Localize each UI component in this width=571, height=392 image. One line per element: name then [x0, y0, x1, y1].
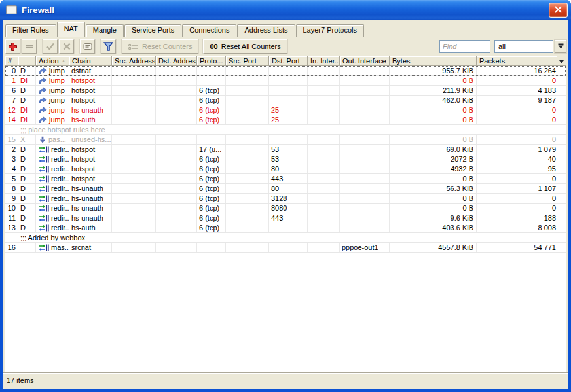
column-header-label: # [8, 56, 12, 65]
cell-number: 12 [5, 105, 18, 115]
comment-row[interactable]: ;;; Added by webbox [5, 233, 566, 243]
column-select-button[interactable] [557, 56, 566, 66]
cell-dst-address [156, 174, 197, 183]
comment-button[interactable] [80, 39, 95, 54]
cell-action: jump [36, 66, 69, 75]
cell-flags [18, 243, 36, 252]
cell-dst-port [269, 66, 308, 75]
column-header-bytes[interactable]: Bytes [390, 56, 477, 66]
table-row[interactable]: 8Dredir...hs-unauth6 (tcp)8056.3 KiB1 10… [5, 184, 566, 194]
column-header-label: Proto... [200, 56, 223, 65]
cell-protocol [197, 243, 226, 252]
cell-packets: 95 [477, 164, 559, 173]
cell-src-address [112, 66, 156, 75]
tab-filter-rules[interactable]: Filter Rules [5, 24, 56, 37]
toolbar: Reset Counters 00 Reset All Counters all [3, 37, 568, 56]
column-header-src-address[interactable]: Src. Address [112, 56, 156, 66]
cell-src-port [226, 86, 269, 95]
add-rule-button[interactable] [5, 39, 20, 54]
column-header-dst-address[interactable]: Dst. Address [156, 56, 197, 66]
filter-button[interactable] [101, 39, 116, 54]
cell-dst-address [156, 154, 197, 164]
cell-src-address [112, 194, 156, 203]
cell-src-address [112, 164, 156, 173]
cell-src-port [226, 223, 269, 232]
cell-packets: 0 [477, 105, 559, 115]
table-row[interactable]: 6Djumphotspot6 (tcp)211.9 KiB4 183 [5, 86, 566, 96]
filter-select[interactable]: all [494, 40, 553, 53]
column-header-chain[interactable]: Chain [69, 56, 112, 66]
cell-chain: hotspot [69, 76, 112, 85]
cell-src-address [112, 96, 156, 105]
cell-dst-address [156, 145, 197, 154]
cell-out-interface [340, 154, 390, 164]
cell-bytes: 0 B [390, 76, 477, 85]
cell-protocol: 17 (u... [197, 145, 226, 154]
table-row[interactable]: 12DIjumphs-unauth6 (tcp)250 B0 [5, 105, 566, 115]
table-row[interactable]: 4Dredir...hotspot6 (tcp)804932 B95 [5, 164, 566, 174]
table-row[interactable]: 10Dredir...hs-unauth6 (tcp)80800 B0 [5, 204, 566, 213]
cell-src-port [226, 174, 269, 183]
cell-flags: D [18, 66, 36, 75]
cell-dst-port: 80 [269, 164, 308, 173]
cell-out-interface [340, 105, 390, 115]
column-header-flags[interactable] [18, 56, 36, 66]
column-header-src-port[interactable]: Src. Port [226, 56, 269, 66]
nat-rules-table: #Action▲ChainSrc. AddressDst. AddressPro… [5, 56, 566, 372]
cell-in-interface [308, 86, 340, 95]
table-row[interactable]: 7Djumphotspot6 (tcp)462.0 KiB9 187 [5, 96, 566, 105]
tab-mangle[interactable]: Mangle [86, 24, 124, 37]
tab-layer7-protocols[interactable]: Layer7 Protocols [296, 24, 365, 37]
table-row[interactable]: 16mas...srcnatpppoe-out14557.8 KiB54 771 [5, 243, 566, 253]
table-row[interactable]: 14DIjumphs-auth6 (tcp)250 B0 [5, 115, 566, 125]
action-label: jump [49, 76, 65, 85]
tab-connections[interactable]: Connections [182, 24, 236, 37]
reset-counters-icon [128, 43, 138, 50]
column-header-label: Src. Address [115, 56, 155, 65]
column-header-proto[interactable]: Proto... [197, 56, 226, 66]
redirect-icon [38, 166, 51, 173]
column-header-dst-port[interactable]: Dst. Port [269, 56, 308, 66]
cell-packets: 16 264 [477, 66, 559, 75]
cell-out-interface [340, 66, 390, 75]
window-content: Filter RulesNATMangleService PortsConnec… [3, 20, 568, 389]
cell-action: jump [36, 105, 69, 115]
table-row[interactable]: 13Dredir...hs-auth6 (tcp)403.6 KiB8 008 [5, 223, 566, 233]
cell-dst-address [156, 86, 197, 95]
table-row[interactable]: 0Djumpdstnat955.7 KiB16 264 [5, 66, 566, 76]
column-header-in-inter[interactable]: In. Inter... [308, 56, 340, 66]
cell-out-interface [340, 164, 390, 173]
action-label: redir... [51, 164, 69, 173]
cell-packets: 9 187 [477, 96, 559, 105]
disable-rule-button [59, 39, 74, 54]
close-button[interactable] [549, 3, 568, 18]
cell-chain: hotspot [69, 174, 112, 183]
cell-action: jump [36, 86, 69, 95]
cell-src-port [226, 66, 269, 75]
masquerade-icon [38, 244, 51, 251]
cell-out-interface [340, 145, 390, 154]
table-row[interactable]: 11Dredir...hs-unauth6 (tcp)4439.6 KiB188 [5, 213, 566, 223]
cell-protocol: 6 (tcp) [197, 105, 226, 115]
table-row[interactable]: 2Dredir...hotspot17 (u...5369.0 KiB1 079 [5, 145, 566, 154]
cell-packets: 0 [477, 204, 559, 213]
column-header-[interactable]: # [5, 56, 18, 66]
tab-address-lists[interactable]: Address Lists [237, 24, 295, 37]
table-row[interactable]: 9Dredir...hs-unauth6 (tcp)31280 B0 [5, 194, 566, 204]
reset-all-counters-button[interactable]: 00 Reset All Counters [203, 39, 287, 54]
column-header-packets[interactable]: Packets [477, 56, 559, 66]
table-row[interactable]: 15Xpas...unused-hs...0 B0 [5, 135, 566, 145]
comment-row[interactable]: ;;; place hotspot rules here [5, 125, 566, 135]
cell-bytes: 9.6 KiB [390, 213, 477, 223]
table-row[interactable]: 3Dredir...hotspot6 (tcp)532072 B40 [5, 154, 566, 164]
filter-dropdown-button[interactable] [555, 40, 566, 53]
cell-bytes: 403.6 KiB [390, 223, 477, 232]
find-input[interactable] [439, 40, 490, 53]
column-header-action[interactable]: Action▲ [36, 56, 69, 66]
table-row[interactable]: 1DIjumphotspot0 B0 [5, 76, 566, 86]
column-header-out-interface[interactable]: Out. Interface▲ [340, 56, 390, 66]
tab-service-ports[interactable]: Service Ports [124, 24, 181, 37]
passthrough-icon [38, 136, 48, 143]
table-row[interactable]: 5Dredir...hotspot6 (tcp)4430 B0 [5, 174, 566, 184]
tab-nat[interactable]: NAT [57, 22, 85, 37]
